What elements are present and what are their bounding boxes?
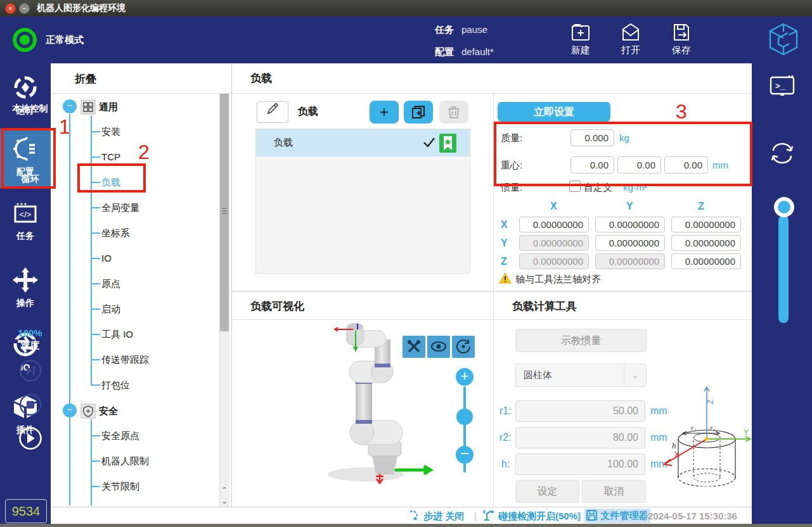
matrix-yy-input[interactable]: 0.00000000: [595, 235, 665, 251]
payload-item-label: 负载: [274, 137, 293, 149]
window-close-icon[interactable]: ×: [5, 3, 16, 14]
zoom-in-button[interactable]: +: [456, 368, 474, 386]
new-button-label: 新建: [571, 44, 590, 55]
tree-line: [91, 207, 100, 208]
payload-list: 负载: [255, 129, 470, 274]
file-manager-button[interactable]: 文件管理器: [584, 509, 650, 523]
diagram-h-label: h: [672, 441, 676, 450]
task-value: pause: [461, 24, 487, 35]
matrix-col-z: Z: [698, 201, 704, 212]
viz-visibility-button[interactable]: [427, 336, 450, 358]
add-payload-button[interactable]: +: [370, 101, 399, 124]
matrix-zy-input: 0.00000000: [595, 253, 665, 269]
shape-select[interactable]: 圆柱体 ⌄: [515, 364, 647, 387]
pencil-icon: [266, 102, 280, 116]
collision-detect-status[interactable]: 碰撞检测开启(50%): [498, 511, 581, 523]
matrix-zz-input[interactable]: 0.00000000: [671, 253, 741, 269]
tree-item-robot-limit[interactable]: 机器人限制: [101, 455, 149, 467]
tree-line: [91, 232, 100, 234]
annotation-box-3: [494, 122, 752, 186]
zoom-slider-handle[interactable]: [456, 409, 473, 425]
r2-input[interactable]: 80.00: [515, 427, 645, 448]
tree-line: [91, 486, 100, 487]
tools-icon: [406, 339, 422, 354]
open-file-icon: [620, 22, 641, 43]
scroll-up-icon[interactable]: ⌃: [220, 485, 229, 494]
tree-group-safety[interactable]: 安全: [99, 405, 118, 417]
open-button[interactable]: 打开: [610, 22, 651, 56]
local-control-button[interactable]: >_: [752, 75, 812, 100]
viz-tools-button[interactable]: [403, 336, 425, 358]
speed-slider-handle[interactable]: [774, 197, 794, 217]
payload-list-item[interactable]: 负载: [256, 129, 470, 156]
divider: [51, 93, 231, 94]
apply-now-button[interactable]: 立即设置: [498, 102, 610, 122]
h-input[interactable]: 100.00: [515, 454, 645, 475]
chevron-down-icon: ⌄: [624, 364, 646, 386]
copy-payload-button[interactable]: [404, 101, 433, 124]
sidebar-item-run[interactable]: 运行: [0, 67, 51, 125]
save-button[interactable]: 保存: [661, 22, 702, 56]
save-icon: [671, 22, 692, 43]
diagram-r1-label: r₁: [710, 424, 715, 431]
window-bottom-edge: [0, 524, 812, 527]
scrollbar-grip: [222, 210, 227, 212]
sidebar-item-task[interactable]: </> 任务: [0, 195, 51, 253]
speed-slider-track[interactable]: [778, 215, 789, 323]
matrix-yz-input[interactable]: 0.00000000: [671, 235, 741, 251]
divider: |: [644, 511, 647, 521]
r1-label: r1:: [499, 405, 512, 417]
set-button[interactable]: 设定: [515, 480, 579, 503]
matrix-xz-input[interactable]: 0.00000000: [671, 217, 741, 232]
tree-item-tool-io[interactable]: 工具 IO: [101, 329, 133, 341]
matrix-xy-input[interactable]: 0.00000000: [595, 217, 665, 232]
tree-collapse-icon[interactable]: −: [63, 99, 77, 113]
viz-panel-title: 负载可视化: [250, 299, 304, 314]
move-arrows-icon: [11, 266, 39, 294]
play-button[interactable]: [0, 426, 60, 453]
sidebar-item-operate[interactable]: 操作: [0, 260, 51, 318]
tree-line: [91, 283, 100, 284]
tree-item-tcp[interactable]: TCP: [101, 151, 120, 162]
teach-inertia-button[interactable]: 示教惯量: [515, 329, 647, 352]
collision-icon: [482, 508, 496, 522]
rename-payload-button[interactable]: [257, 101, 288, 123]
r2-label: r2:: [499, 432, 512, 443]
loop-button[interactable]: [752, 141, 812, 168]
mode-status-dot: [20, 35, 30, 45]
config-tree-panel: [51, 63, 232, 507]
delete-payload-button[interactable]: [439, 101, 468, 124]
matrix-row-y: Y: [501, 238, 508, 249]
new-file-icon: [570, 22, 591, 43]
tree-collapse-header[interactable]: 折叠: [75, 72, 96, 86]
zoom-out-button[interactable]: −: [456, 446, 474, 464]
step-mode-status[interactable]: 步进 关闭: [423, 511, 464, 523]
tree-item-global-vars[interactable]: 全局变量: [101, 202, 139, 214]
matrix-row-x: X: [501, 219, 508, 231]
tree-item-pack-pos[interactable]: 打包位: [101, 379, 130, 391]
tree-item-startup[interactable]: 启动: [101, 303, 120, 315]
window-minimize-icon[interactable]: −: [19, 3, 30, 14]
tree-line: [91, 334, 100, 335]
annotation-number-1: 1: [59, 115, 70, 139]
tree-item-io[interactable]: IO: [101, 253, 112, 264]
tree-item-joint-limit[interactable]: 关节限制: [101, 481, 139, 493]
cancel-button[interactable]: 取消: [582, 480, 646, 503]
new-button[interactable]: 新建: [560, 22, 601, 56]
speed-percent: 100%: [0, 327, 60, 338]
r1-input[interactable]: 50.00: [515, 400, 645, 422]
tree-item-conveyor[interactable]: 传送带跟踪: [101, 354, 149, 366]
tree-item-safe-origin[interactable]: 安全原点: [101, 430, 139, 442]
tree-item-install[interactable]: 安装: [101, 126, 120, 138]
tree-item-origin[interactable]: 原点: [101, 278, 120, 290]
tree-item-coord-system[interactable]: 坐标系: [101, 227, 130, 239]
mode-label: 正常模式: [46, 34, 84, 46]
scroll-down-icon[interactable]: ⌄: [220, 497, 229, 505]
tree-line: [91, 308, 100, 310]
open-button-label: 打开: [621, 44, 640, 55]
viz-rotate-button[interactable]: [452, 336, 475, 358]
tree-line: [69, 114, 70, 505]
tree-group-general[interactable]: 通用: [99, 101, 118, 113]
matrix-xx-input[interactable]: 0.00000000: [519, 217, 589, 232]
tree-collapse-icon[interactable]: −: [63, 403, 77, 417]
